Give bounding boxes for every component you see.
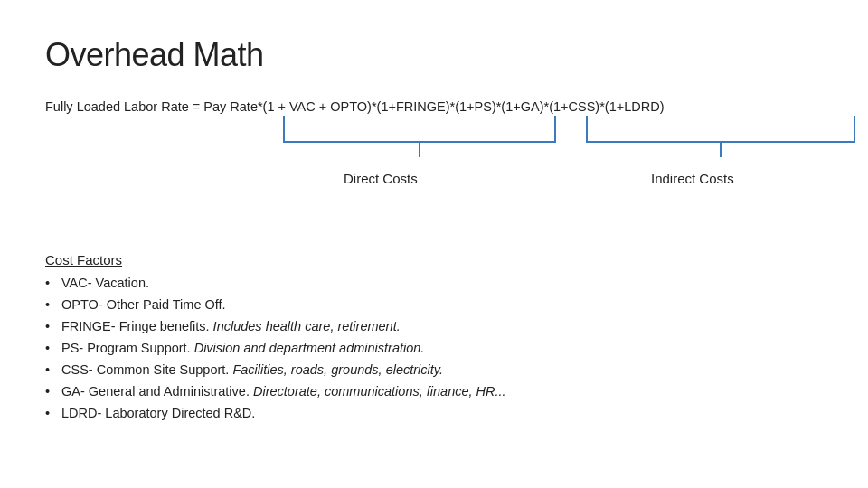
item-prefix: GA- General and Administrative. xyxy=(61,384,253,399)
item-suffix: Division and department administration. xyxy=(194,341,425,355)
item-suffix: Facilities, roads, grounds, electricity. xyxy=(232,362,443,377)
item-prefix: LDRD- Laboratory Directed R&D. xyxy=(61,406,255,420)
direct-bracket xyxy=(283,116,556,143)
list-item: FRINGE- Fringe benefits. Includes health… xyxy=(45,316,823,338)
cost-factors-section: Cost Factors VAC- Vacation. OPTO- Other … xyxy=(45,252,823,424)
item-suffix: Directorate, communications, finance, HR… xyxy=(253,384,506,399)
item-suffix: Includes health care, retirement. xyxy=(213,319,401,333)
item-prefix: FRINGE- Fringe benefits. xyxy=(61,319,213,333)
item-prefix: PS- Program Support. xyxy=(61,341,194,355)
list-item: LDRD- Laboratory Directed R&D. xyxy=(45,403,823,425)
cost-factors-title: Cost Factors xyxy=(45,252,823,267)
page-title: Overhead Math xyxy=(45,36,823,74)
item-prefix: VAC- Vacation. xyxy=(61,276,149,290)
list-item: CSS- Common Site Support. Facilities, ro… xyxy=(45,360,823,381)
formula-text: Fully Loaded Labor Rate = Pay Rate*(1 + … xyxy=(45,99,823,114)
indirect-costs-label: Indirect Costs xyxy=(651,171,734,186)
item-prefix: OPTO- Other Paid Time Off. xyxy=(61,297,226,312)
labels-row: Direct Costs Indirect Costs xyxy=(45,171,823,198)
indirect-bracket xyxy=(586,116,855,143)
list-item: OPTO- Other Paid Time Off. xyxy=(45,295,823,316)
slide: Overhead Math Fully Loaded Labor Rate = … xyxy=(0,0,868,488)
bullet-list: VAC- Vacation. OPTO- Other Paid Time Off… xyxy=(45,273,823,424)
list-item: PS- Program Support. Division and depart… xyxy=(45,338,823,360)
formula-container: Fully Loaded Labor Rate = Pay Rate*(1 + … xyxy=(45,99,823,198)
direct-costs-label: Direct Costs xyxy=(344,171,418,186)
list-item: VAC- Vacation. xyxy=(45,273,823,295)
brackets-row xyxy=(45,116,823,165)
item-prefix: CSS- Common Site Support. xyxy=(61,362,232,377)
list-item: GA- General and Administrative. Director… xyxy=(45,381,823,403)
